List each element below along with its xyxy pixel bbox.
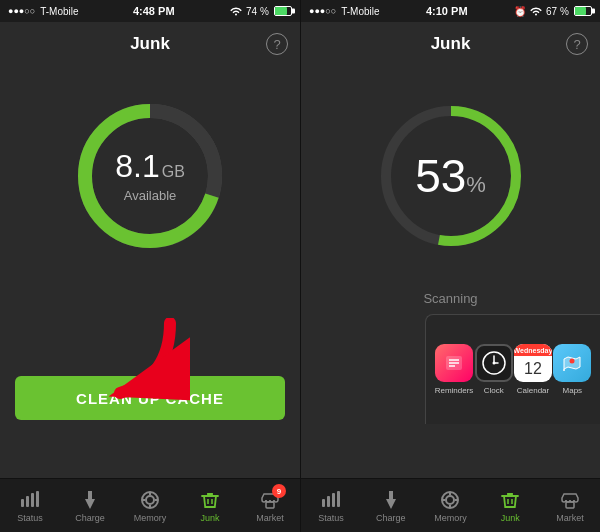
svg-rect-5 xyxy=(26,496,29,507)
left-donut-text: 8.1GB Available xyxy=(115,150,185,203)
left-bottom-nav: Status Charge Mem xyxy=(0,478,300,532)
right-main-content: 53 % Scanning Reminders xyxy=(301,66,600,478)
right-title: Junk xyxy=(431,34,471,54)
junk-icon xyxy=(199,489,221,511)
left-available-label: Available xyxy=(115,188,185,203)
right-status-bar: ●●●○○ T-Mobile 4:10 PM ⏰ 67% xyxy=(301,0,600,22)
right-nav-market[interactable]: Market xyxy=(540,479,600,532)
svg-point-27 xyxy=(570,359,575,364)
app-clock[interactable]: Clock xyxy=(475,344,513,395)
app-calendar[interactable]: Wednesday 12 Calendar xyxy=(514,344,552,395)
right-nav-charge-label: Charge xyxy=(376,513,406,523)
svg-point-26 xyxy=(492,362,495,365)
svg-rect-7 xyxy=(36,491,39,507)
svg-point-33 xyxy=(446,496,454,504)
svg-rect-30 xyxy=(332,493,335,507)
left-storage-value: 8.1 xyxy=(115,148,159,184)
svg-rect-29 xyxy=(327,496,330,507)
left-nav-market[interactable]: 9 Market xyxy=(240,479,300,532)
left-nav-junk[interactable]: Junk xyxy=(180,479,240,532)
svg-rect-16 xyxy=(266,502,274,508)
right-nav-status[interactable]: Status xyxy=(301,479,361,532)
right-carrier: T-Mobile xyxy=(341,6,379,17)
right-memory-icon xyxy=(439,489,461,511)
clock-app-icon xyxy=(475,344,513,382)
right-battery-pct: 67 xyxy=(546,6,557,17)
reminders-app-name: Reminders xyxy=(435,386,474,395)
left-nav-memory[interactable]: Memory xyxy=(120,479,180,532)
svg-point-9 xyxy=(146,496,154,504)
left-nav-status-label: Status xyxy=(17,513,43,523)
right-nav-memory-label: Memory xyxy=(434,513,467,523)
right-scanning-chart: 53 % xyxy=(371,96,531,256)
right-nav-memory[interactable]: Memory xyxy=(421,479,481,532)
calendar-app-icon: Wednesday 12 xyxy=(514,344,552,382)
left-status-bar: ●●●○○ T-Mobile 4:48 PM 74% xyxy=(0,0,300,22)
maps-app-name: Maps xyxy=(563,386,583,395)
left-battery-pct: 74 xyxy=(246,6,257,17)
right-title-bar: Junk ? xyxy=(301,22,600,66)
left-nav-market-label: Market xyxy=(256,513,284,523)
left-help-button[interactable]: ? xyxy=(266,33,288,55)
left-carrier: T-Mobile xyxy=(40,6,78,17)
svg-rect-31 xyxy=(337,491,340,507)
left-storage-unit: GB xyxy=(162,163,185,180)
right-bottom-nav: Status Charge Memory xyxy=(301,478,600,532)
left-main-content: 8.1GB Available CLEAN UP CACHE xyxy=(0,66,300,478)
left-nav-charge[interactable]: Charge xyxy=(60,479,120,532)
app-maps[interactable]: Maps xyxy=(553,344,591,395)
right-phone: ●●●○○ T-Mobile 4:10 PM ⏰ 67% Junk ? xyxy=(300,0,600,532)
charge-icon xyxy=(79,489,101,511)
right-status-icon xyxy=(320,489,342,511)
left-wifi-icon xyxy=(229,4,243,18)
right-charge-icon xyxy=(380,489,402,511)
clock-app-name: Clock xyxy=(484,386,504,395)
svg-rect-28 xyxy=(322,499,325,507)
left-market-badge: 9 xyxy=(272,484,286,498)
right-scanning-text: 53 % xyxy=(415,153,486,199)
right-nav-charge[interactable]: Charge xyxy=(361,479,421,532)
right-wifi-icon xyxy=(529,4,543,18)
right-nav-status-label: Status xyxy=(318,513,344,523)
left-time: 4:48 PM xyxy=(133,5,175,17)
svg-rect-40 xyxy=(566,502,574,508)
left-title-bar: Junk ? xyxy=(0,22,300,66)
left-nav-junk-label: Junk xyxy=(200,513,219,523)
right-scanning-value: 53 xyxy=(415,153,466,199)
left-signal: ●●●○○ xyxy=(8,6,35,16)
memory-icon xyxy=(139,489,161,511)
right-help-button[interactable]: ? xyxy=(566,33,588,55)
right-battery-icon xyxy=(574,6,592,16)
clean-up-cache-button[interactable]: CLEAN UP CACHE xyxy=(15,376,285,420)
right-nav-market-label: Market xyxy=(556,513,584,523)
left-battery-icon xyxy=(274,6,292,16)
right-signal: ●●●○○ xyxy=(309,6,336,16)
right-time: 4:10 PM xyxy=(426,5,468,17)
status-icon xyxy=(19,489,41,511)
left-nav-charge-label: Charge xyxy=(75,513,105,523)
app-switcher-overlay: Reminders Clock Wednesday 12 xyxy=(425,314,600,424)
right-nav-junk-label: Junk xyxy=(501,513,520,523)
app-reminders[interactable]: Reminders xyxy=(435,344,474,395)
right-nav-junk[interactable]: Junk xyxy=(480,479,540,532)
right-scanning-unit: % xyxy=(466,172,486,198)
left-nav-memory-label: Memory xyxy=(134,513,167,523)
left-phone: ●●●○○ T-Mobile 4:48 PM 74% Junk ? xyxy=(0,0,300,532)
right-junk-icon xyxy=(499,489,521,511)
reminders-app-icon xyxy=(435,344,473,382)
left-title: Junk xyxy=(130,34,170,54)
right-scanning-label: Scanning xyxy=(423,291,477,306)
right-market-icon xyxy=(559,489,581,511)
maps-app-icon xyxy=(553,344,591,382)
left-donut-chart: 8.1GB Available xyxy=(70,96,230,256)
calendar-app-name: Calendar xyxy=(517,386,549,395)
left-nav-status[interactable]: Status xyxy=(0,479,60,532)
right-alarm-icon: ⏰ xyxy=(514,6,526,17)
svg-rect-4 xyxy=(21,499,24,507)
svg-rect-6 xyxy=(31,493,34,507)
